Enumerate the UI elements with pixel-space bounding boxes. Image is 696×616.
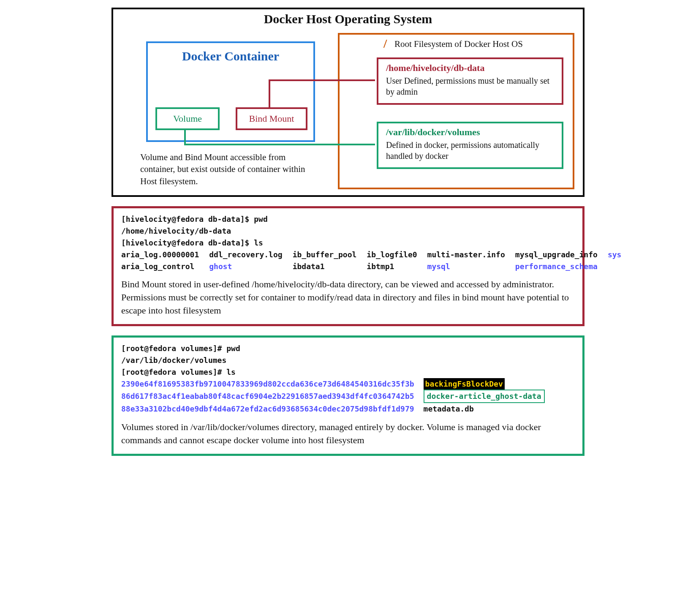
named-volume-entry: docker-article_ghost-data [424,390,545,403]
term-output: /var/lib/docker/volumes [121,354,575,366]
backing-fs-block-dev: backingFsBlockDev [424,378,505,390]
term-cmd: pwd [226,344,240,353]
vol-target-path: /var/lib/docker/volumes [386,127,554,138]
ls-column: ib_logfile0 ibtmp1 [367,249,417,273]
term-cmd: pwd [254,215,268,224]
volume-label: Volume [173,113,202,124]
ls-entry: ib_buffer_pool [293,250,357,259]
ls-column: multi-master.info mysql [427,249,505,273]
term-ls-output: aria_log.00000001 aria_log_controlddl_re… [121,249,575,273]
volume-hash: 86d617f83ac4f1eabab80f48cacf6904e2b22916… [121,390,414,402]
bind-target-path: /home/hivelocity/db-data [386,63,554,74]
term-prompt: [hivelocity@fedora db-data]$ [121,215,254,224]
rootfs-slash-icon: / [383,36,387,51]
term-prompt: [hivelocity@fedora db-data]$ [121,238,254,247]
ls-column: sys [608,249,622,273]
ls-column: ddl_recovery.log ghost [209,249,282,273]
vol-target-desc: Defined in docker, permissions automatic… [386,139,554,161]
bind-terminal: [hivelocity@fedora db-data]$ pwd /home/h… [121,213,575,272]
volume-hash: 88e33a3102bcd40e9dbf4d4a672efd2ac6d93685… [121,403,414,415]
rootfs-label: Root Filesystem of Docker Host OS [394,39,523,49]
term-output: /home/hivelocity/db-data [121,225,575,237]
ls-row: 2390e64f81695383fb9710047833969d802ccda6… [121,378,575,390]
ls-entry: mysql [427,262,450,271]
bind-panel-desc: Bind Mount stored in user-defined /home/… [121,278,575,317]
bindmount-label: Bind Mount [249,113,294,124]
ls-column: ib_buffer_pool ibdata1 [293,249,357,273]
ls-entry: mysql_upgrade_info [515,250,598,259]
docker-host-box: Docker Host Operating System Docker Cont… [111,8,585,197]
ls-entry: ibdata1 [293,262,325,271]
term-cmd: ls [226,368,236,376]
ls-column: mysql_upgrade_info performance_schema [515,249,598,273]
volume-terminal: [root@fedora volumes]# pwd /var/lib/dock… [121,343,575,415]
bind-target-box: /home/hivelocity/db-data User Defined, p… [377,57,563,105]
bind-target-desc: User Defined, permissions must be manual… [386,75,554,97]
ls-entry: aria_log.00000001 [121,250,199,259]
vol-target-box: /var/lib/docker/volumes Defined in docke… [377,122,563,169]
container-note: Volume and Bind Mount accessible from co… [140,151,322,187]
term-ls-output: 2390e64f81695383fb9710047833969d802ccda6… [121,378,575,415]
volume-panel-desc: Volumes stored in /var/lib/docker/volume… [121,421,575,447]
term-cmd: ls [254,238,263,247]
ls-entry: ghost [209,262,232,271]
rootfs-box: / Root Filesystem of Docker Host OS /hom… [338,33,574,189]
ls-row: 88e33a3102bcd40e9dbf4d4a672efd2ac6d93685… [121,403,575,415]
bindmount-label-box: Bind Mount [236,107,307,130]
term-prompt: [root@fedora volumes]# [121,368,226,376]
volume-hash: 2390e64f81695383fb9710047833969d802ccda6… [121,378,414,390]
volume-panel: [root@fedora volumes]# pwd /var/lib/dock… [111,335,585,456]
host-title: Docker Host Operating System [113,12,583,26]
ls-row: 86d617f83ac4f1eabab80f48cacf6904e2b22916… [121,390,575,403]
ls-entry: sys [608,250,622,259]
ls-entry: performance_schema [515,262,598,271]
ls-column: aria_log.00000001 aria_log_control [121,249,199,273]
term-prompt: [root@fedora volumes]# [121,344,226,353]
ls-entry: ibtmp1 [367,262,394,271]
docker-container-box: Docker Container Volume Bind Mount [146,41,315,142]
ls-entry: aria_log_control [121,262,194,271]
metadata-db: metadata.db [424,403,474,415]
container-title: Docker Container [148,49,313,63]
ls-entry: multi-master.info [427,250,505,259]
ls-entry: ib_logfile0 [367,250,417,259]
bind-mount-panel: [hivelocity@fedora db-data]$ pwd /home/h… [111,206,585,326]
ls-entry: ddl_recovery.log [209,250,282,259]
volume-label-box: Volume [155,107,220,130]
